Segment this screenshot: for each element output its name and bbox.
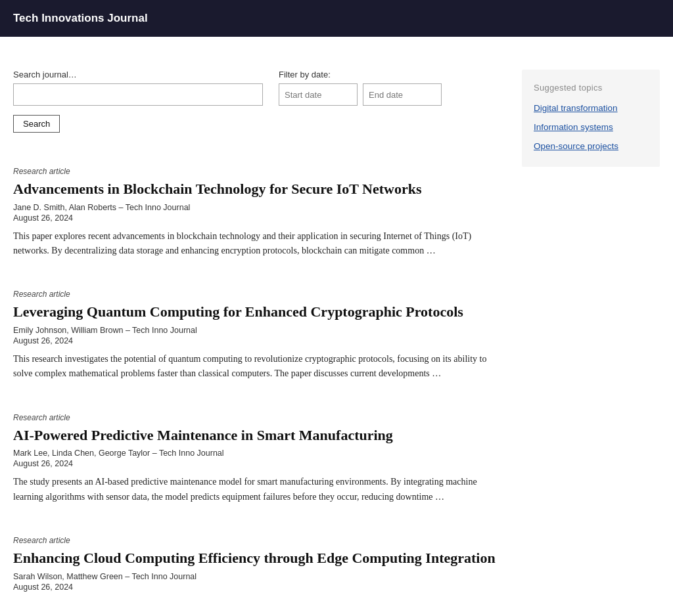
article-abstract: This research investigates the potential… (13, 352, 496, 382)
sidebar-topic-information-systems[interactable]: Information systems (534, 122, 648, 132)
search-input[interactable] (13, 83, 263, 106)
article-date: August 26, 2024 (13, 213, 496, 223)
article-title: Advancements in Blockchain Technology fo… (13, 180, 496, 199)
article-authors: Jane D. Smith, Alan Roberts – Tech Inno … (13, 203, 496, 212)
article-type: Research article (13, 167, 496, 176)
article-date: August 26, 2024 (13, 336, 496, 345)
sidebar-panel: Suggested topics Digital transformation … (522, 70, 660, 167)
article-item: Research article AI-Powered Predictive M… (13, 397, 496, 520)
article-date: August 26, 2024 (13, 459, 496, 468)
article-title: AI-Powered Predictive Maintenance in Sma… (13, 426, 496, 445)
article-title: Enhancing Cloud Computing Efficiency thr… (13, 549, 496, 568)
sidebar: Suggested topics Digital transformation … (522, 70, 660, 614)
article-date: August 26, 2024 (13, 583, 496, 592)
article-abstract: This paper explores recent advancements … (13, 229, 496, 259)
article-authors: Sarah Wilson, Matthew Green – Tech Inno … (13, 572, 496, 581)
sidebar-topic-digital-transformation[interactable]: Digital transformation (534, 103, 648, 113)
search-section: Search journal… Filter by date: Search (13, 70, 496, 133)
article-type: Research article (13, 413, 496, 422)
article-abstract: The study presents an AI-based predictiv… (13, 475, 496, 504)
main-content: Search journal… Filter by date: Search R… (13, 70, 496, 614)
end-date-input[interactable] (363, 83, 442, 106)
date-inputs (279, 83, 442, 106)
article-authors: Emily Johnson, William Brown – Tech Inno… (13, 326, 496, 335)
filter-label: Filter by date: (279, 70, 442, 79)
site-header: Tech Innovations Journal (0, 0, 673, 37)
article-authors: Mark Lee, Linda Chen, George Taylor – Te… (13, 449, 496, 458)
article-list: Research article Advancements in Blockch… (13, 151, 496, 614)
article-item: Research article Advancements in Blockch… (13, 151, 496, 274)
sidebar-heading: Suggested topics (534, 83, 648, 93)
search-row: Search journal… Filter by date: (13, 70, 496, 106)
search-input-wrap: Search journal… (13, 70, 263, 106)
sidebar-topic-open-source-projects[interactable]: Open-source projects (534, 141, 648, 151)
site-title: Tech Innovations Journal (13, 12, 148, 24)
filter-section: Filter by date: (279, 70, 442, 106)
search-label: Search journal… (13, 70, 263, 79)
article-type: Research article (13, 536, 496, 545)
article-title: Leveraging Quantum Computing for Enhance… (13, 303, 496, 322)
page-body: Search journal… Filter by date: Search R… (0, 37, 673, 616)
search-button[interactable]: Search (13, 115, 60, 133)
article-item: Research article Leveraging Quantum Comp… (13, 274, 496, 397)
start-date-input[interactable] (279, 83, 358, 106)
article-type: Research article (13, 290, 496, 299)
article-item: Research article Enhancing Cloud Computi… (13, 520, 496, 614)
